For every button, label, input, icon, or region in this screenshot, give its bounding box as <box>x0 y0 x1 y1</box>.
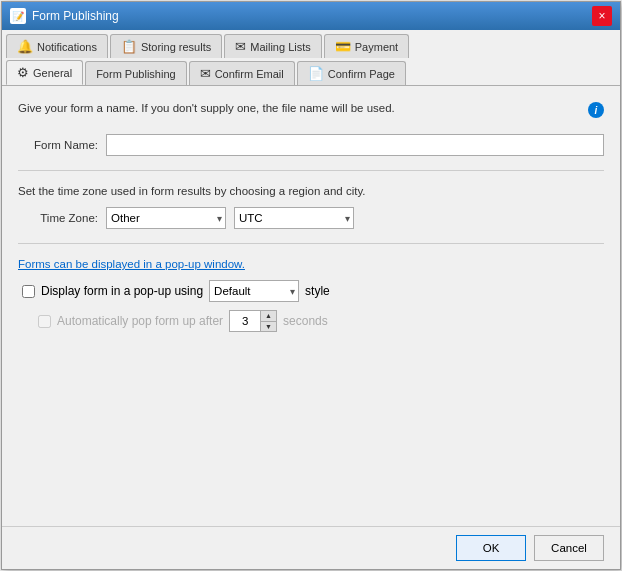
general-icon: ⚙ <box>17 65 29 80</box>
spinner-buttons: ▲ ▼ <box>260 311 276 331</box>
auto-popup-label: Automatically pop form up after <box>57 314 223 328</box>
tab-payment[interactable]: 💳 Payment <box>324 34 409 58</box>
ok-button[interactable]: OK <box>456 535 526 561</box>
cancel-button[interactable]: Cancel <box>534 535 604 561</box>
tab-confirm-email[interactable]: ✉ Confirm Email <box>189 61 295 85</box>
confirm-email-icon: ✉ <box>200 66 211 81</box>
tab-notifications[interactable]: 🔔 Notifications <box>6 34 108 58</box>
timezone-label: Time Zone: <box>18 212 98 224</box>
tab-general-label: General <box>33 67 72 79</box>
spinner-up-button[interactable]: ▲ <box>260 311 276 322</box>
divider-2 <box>18 243 604 244</box>
popup-style-select[interactable]: Default Minimal Custom <box>209 280 299 302</box>
popup-checkbox-row: Display form in a pop-up using Default M… <box>22 280 604 302</box>
timezone-city-wrapper: UTC <box>234 207 354 229</box>
tab-mailing[interactable]: ✉ Mailing Lists <box>224 34 322 58</box>
divider-1 <box>18 170 604 171</box>
tab-confirm-page[interactable]: 📄 Confirm Page <box>297 61 406 85</box>
auto-popup-checkbox[interactable] <box>38 315 51 328</box>
tab-form-publishing[interactable]: Form Publishing <box>85 61 186 85</box>
tab-notifications-label: Notifications <box>37 41 97 53</box>
window-title: Form Publishing <box>32 9 119 23</box>
seconds-spinner: ▲ ▼ <box>229 310 277 332</box>
form-name-label: Form Name: <box>18 139 98 151</box>
form-name-input[interactable] <box>106 134 604 156</box>
popup-style-wrapper: Default Minimal Custom <box>209 280 299 302</box>
popup-checkbox-label: Display form in a pop-up using <box>41 284 203 298</box>
mailing-icon: ✉ <box>235 39 246 54</box>
confirm-page-icon: 📄 <box>308 66 324 81</box>
form-name-hint: Give your form a name. If you don't supp… <box>18 102 588 114</box>
tab-confirm-email-label: Confirm Email <box>215 68 284 80</box>
seconds-label: seconds <box>283 314 328 328</box>
title-bar-left: 📝 Form Publishing <box>10 8 119 24</box>
main-window: 📝 Form Publishing × 🔔 Notifications 📋 St… <box>1 1 621 570</box>
tab-storing[interactable]: 📋 Storing results <box>110 34 222 58</box>
popup-style-label: style <box>305 284 330 298</box>
timezone-hint: Set the time zone used in form results b… <box>18 185 604 197</box>
tab-confirm-page-label: Confirm Page <box>328 68 395 80</box>
tab-storing-label: Storing results <box>141 41 211 53</box>
tab-row-1: 🔔 Notifications 📋 Storing results ✉ Mail… <box>2 30 620 58</box>
notifications-icon: 🔔 <box>17 39 33 54</box>
timezone-region-select[interactable]: Other Africa America Asia Europe Pacific <box>106 207 226 229</box>
window-icon: 📝 <box>10 8 26 24</box>
spinner-down-button[interactable]: ▼ <box>260 322 276 332</box>
timezone-region-wrapper: Other Africa America Asia Europe Pacific <box>106 207 226 229</box>
popup-hint: Forms can be displayed in a pop-up windo… <box>18 258 604 270</box>
tabs-container: 🔔 Notifications 📋 Storing results ✉ Mail… <box>2 30 620 86</box>
timezone-row: Time Zone: Other Africa America Asia Eur… <box>18 207 604 229</box>
footer: OK Cancel <box>2 526 620 569</box>
auto-popup-row: Automatically pop form up after ▲ ▼ seco… <box>38 310 604 332</box>
popup-checkbox[interactable] <box>22 285 35 298</box>
seconds-input[interactable] <box>230 311 260 331</box>
tab-mailing-label: Mailing Lists <box>250 41 311 53</box>
close-button[interactable]: × <box>592 6 612 26</box>
payment-icon: 💳 <box>335 39 351 54</box>
tab-form-publishing-label: Form Publishing <box>96 68 175 80</box>
tab-payment-label: Payment <box>355 41 398 53</box>
title-bar: 📝 Form Publishing × <box>2 2 620 30</box>
info-icon[interactable]: i <box>588 102 604 118</box>
form-name-row: Form Name: <box>18 134 604 156</box>
timezone-city-select[interactable]: UTC <box>234 207 354 229</box>
tab-row-2: ⚙ General Form Publishing ✉ Confirm Emai… <box>2 60 620 85</box>
storing-icon: 📋 <box>121 39 137 54</box>
content-area: Give your form a name. If you don't supp… <box>2 86 620 526</box>
tab-general[interactable]: ⚙ General <box>6 60 83 85</box>
